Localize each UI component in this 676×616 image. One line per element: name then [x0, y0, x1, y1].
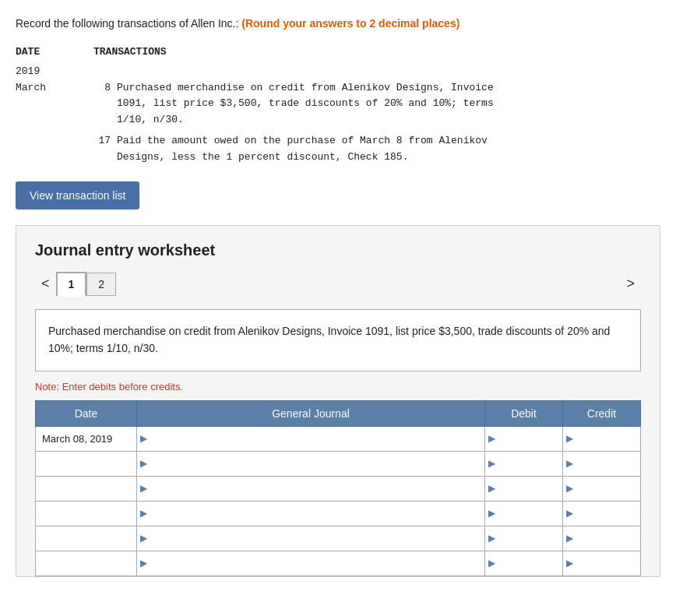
- journal-table: Date General Journal Debit Credit March …: [35, 400, 641, 576]
- transaction-1-line-3: 1/10, n/30.: [117, 112, 660, 128]
- journal-cell-5[interactable]: ▶: [137, 526, 485, 551]
- debit-input-4[interactable]: [485, 502, 562, 526]
- date-cell-3: [36, 476, 137, 501]
- worksheet-container: Journal entry worksheet < 1 2 > Purchase…: [16, 225, 660, 577]
- tab-1[interactable]: 1: [56, 272, 87, 297]
- transactions-header: DATE TRANSACTIONS: [16, 44, 660, 61]
- transaction-1-text: Purchased merchandise on credit from Ale…: [117, 80, 660, 128]
- credit-cell-2[interactable]: ▶: [563, 451, 641, 476]
- date-cell-6: [36, 551, 137, 576]
- instructions-highlight: (Round your answers to 2 decimal places): [241, 17, 459, 30]
- date-cell-5: [36, 526, 137, 551]
- credit-cell-1[interactable]: ▶: [563, 426, 641, 451]
- instructions: Record the following transactions of All…: [16, 16, 660, 32]
- tab-2[interactable]: 2: [86, 273, 116, 296]
- instructions-prefix: Record the following transactions of All…: [16, 17, 238, 30]
- header-transactions: TRANSACTIONS: [93, 44, 660, 61]
- header-date-col: Date: [36, 400, 137, 426]
- debit-input-1[interactable]: [485, 427, 562, 451]
- transaction-2-line-1: Paid the amount owed on the purchase of …: [117, 133, 660, 150]
- journal-cell-1[interactable]: ▶: [137, 426, 485, 451]
- debit-cell-3[interactable]: ▶: [485, 476, 563, 501]
- transaction-1-day: 8: [93, 80, 117, 128]
- journal-cell-6[interactable]: ▶: [137, 551, 485, 576]
- year: 2019: [16, 65, 40, 77]
- journal-header-row: Date General Journal Debit Credit: [36, 400, 641, 426]
- table-row: ▶ ▶ ▶: [36, 526, 641, 551]
- tab-navigation: < 1 2 >: [35, 272, 641, 297]
- credit-input-6[interactable]: [563, 551, 640, 576]
- journal-cell-2[interactable]: ▶: [137, 451, 485, 476]
- date-cell-4: [36, 501, 137, 526]
- transactions-table: DATE TRANSACTIONS 2019 March 8 Purchased…: [16, 44, 660, 166]
- credit-input-1[interactable]: [563, 427, 640, 451]
- journal-input-3[interactable]: [137, 477, 484, 501]
- table-row: ▶ ▶ ▶: [36, 451, 641, 476]
- credit-input-5[interactable]: [563, 526, 640, 551]
- view-transaction-button[interactable]: View transaction list: [16, 181, 139, 209]
- nav-right-arrow[interactable]: >: [620, 273, 641, 295]
- header-general-journal-col: General Journal: [137, 400, 485, 426]
- transaction-2-day: 17: [93, 133, 117, 166]
- debit-cell-6[interactable]: ▶: [485, 551, 563, 576]
- header-credit-col: Credit: [563, 400, 641, 426]
- header-debit-col: Debit: [485, 400, 563, 426]
- transaction-2-month-empty: [16, 133, 93, 166]
- worksheet-title: Journal entry worksheet: [35, 241, 641, 259]
- debit-cell-2[interactable]: ▶: [485, 451, 563, 476]
- debit-input-3[interactable]: [485, 477, 562, 501]
- transaction-description: Purchased merchandise on credit from Ale…: [35, 309, 641, 371]
- table-row: March 08, 2019 ▶ ▶ ▶: [36, 426, 641, 451]
- journal-table-body: March 08, 2019 ▶ ▶ ▶ ▶: [36, 426, 641, 576]
- credit-cell-6[interactable]: ▶: [563, 551, 641, 576]
- transaction-2: 17 Paid the amount owed on the purchase …: [16, 133, 660, 166]
- transaction-1-month: March: [16, 80, 93, 128]
- debit-cell-1[interactable]: ▶: [485, 426, 563, 451]
- date-cell-2: [36, 451, 137, 476]
- header-date: DATE: [16, 44, 62, 61]
- table-row: ▶ ▶ ▶: [36, 501, 641, 526]
- date-value-1: March 08, 2019: [36, 433, 112, 445]
- table-row: ▶ ▶ ▶: [36, 476, 641, 501]
- credit-input-2[interactable]: [563, 452, 640, 476]
- journal-input-5[interactable]: [137, 526, 484, 551]
- debit-input-5[interactable]: [485, 526, 562, 551]
- debit-input-6[interactable]: [485, 551, 562, 576]
- transaction-1-line-2: 1091, list price $3,500, trade discounts…: [117, 96, 660, 112]
- year-row: 2019: [16, 64, 660, 80]
- journal-input-2[interactable]: [137, 452, 484, 476]
- transaction-2-line-2: Designs, less the 1 percent discount, Ch…: [117, 150, 660, 166]
- journal-input-1[interactable]: [137, 427, 484, 451]
- debit-input-2[interactable]: [485, 452, 562, 476]
- journal-table-header: Date General Journal Debit Credit: [36, 400, 641, 426]
- date-cell-1: March 08, 2019: [36, 426, 137, 451]
- transaction-1-line-1: Purchased merchandise on credit from Ale…: [117, 80, 660, 97]
- credit-cell-5[interactable]: ▶: [563, 526, 641, 551]
- journal-input-4[interactable]: [137, 502, 484, 526]
- debit-cell-5[interactable]: ▶: [485, 526, 563, 551]
- transaction-2-text: Paid the amount owed on the purchase of …: [117, 133, 660, 166]
- debit-cell-4[interactable]: ▶: [485, 501, 563, 526]
- tab-area: 1 2: [56, 272, 117, 297]
- transaction-1: March 8 Purchased merchandise on credit …: [16, 80, 660, 128]
- nav-left-arrow[interactable]: <: [35, 273, 56, 295]
- note-text: Note: Enter debits before credits.: [35, 381, 641, 392]
- journal-cell-4[interactable]: ▶: [137, 501, 485, 526]
- journal-cell-3[interactable]: ▶: [137, 476, 485, 501]
- credit-input-3[interactable]: [563, 477, 640, 501]
- credit-cell-4[interactable]: ▶: [563, 501, 641, 526]
- credit-cell-3[interactable]: ▶: [563, 476, 641, 501]
- table-row: ▶ ▶ ▶: [36, 551, 641, 576]
- journal-input-6[interactable]: [137, 551, 484, 576]
- credit-input-4[interactable]: [563, 502, 640, 526]
